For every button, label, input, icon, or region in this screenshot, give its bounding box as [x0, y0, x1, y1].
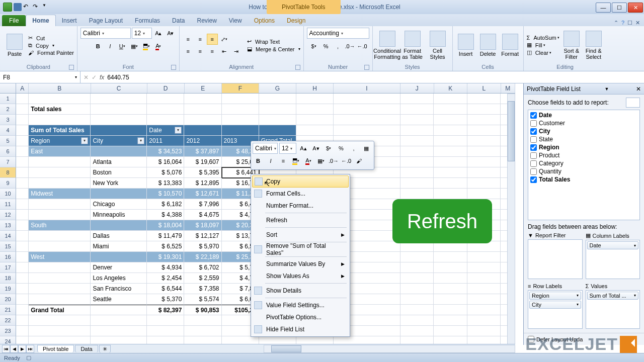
- cell[interactable]: [334, 94, 400, 104]
- cell[interactable]: [16, 115, 29, 125]
- row-header[interactable]: 1: [0, 94, 16, 104]
- cell[interactable]: [434, 189, 467, 199]
- col-header[interactable]: K: [434, 83, 468, 93]
- cell[interactable]: [259, 104, 296, 115]
- cell[interactable]: [467, 315, 501, 326]
- cell[interactable]: [467, 146, 501, 157]
- cell[interactable]: [91, 146, 147, 157]
- cell[interactable]: [259, 125, 296, 136]
- col-header[interactable]: I: [334, 83, 400, 93]
- cell[interactable]: [16, 136, 29, 146]
- cell[interactable]: 2012: [184, 136, 221, 146]
- cell[interactable]: $ 5,970: [184, 241, 221, 252]
- cell[interactable]: [400, 326, 434, 336]
- sheet-nav-first[interactable]: ⏮: [2, 345, 10, 353]
- area-report-filter[interactable]: ▼Report Filter: [528, 231, 583, 279]
- row-header[interactable]: 12: [0, 210, 16, 220]
- cell[interactable]: [400, 178, 434, 189]
- context-menu-item[interactable]: Remove "Sum of Total Sales": [252, 243, 349, 255]
- grow-font-button[interactable]: A▴: [153, 28, 164, 39]
- horizontal-scrollbar[interactable]: [264, 345, 515, 353]
- col-header[interactable]: D: [147, 83, 185, 93]
- field-list-close-icon[interactable]: ✕: [636, 85, 641, 93]
- cell[interactable]: [334, 104, 400, 115]
- row-header[interactable]: 13: [0, 220, 16, 231]
- mini-shrink-font[interactable]: A▾: [310, 143, 321, 154]
- cell[interactable]: [147, 94, 184, 104]
- row-header[interactable]: 10: [0, 189, 16, 199]
- tab-options[interactable]: Options: [248, 15, 281, 26]
- row-header[interactable]: 5: [0, 136, 16, 146]
- accounting-format-button[interactable]: $▾: [308, 41, 319, 52]
- cell[interactable]: [29, 115, 91, 125]
- cell[interactable]: [467, 326, 501, 336]
- field-list-layout-button[interactable]: [626, 98, 640, 108]
- cell[interactable]: [434, 262, 467, 273]
- tab-design[interactable]: Design: [281, 15, 311, 26]
- cell[interactable]: $ 12,895: [184, 178, 221, 189]
- field-checkbox-row[interactable]: Category: [529, 159, 638, 167]
- cell[interactable]: [434, 326, 467, 336]
- cell[interactable]: [467, 284, 501, 294]
- border-button[interactable]: ▦▾: [129, 41, 140, 52]
- cell[interactable]: $ 82,397: [147, 305, 184, 315]
- cell[interactable]: [91, 305, 147, 315]
- cell[interactable]: [184, 315, 221, 326]
- row-header[interactable]: 6: [0, 146, 16, 157]
- cell[interactable]: [334, 125, 400, 136]
- cell[interactable]: $ 5,395: [184, 167, 221, 178]
- col-header[interactable]: C: [91, 83, 147, 93]
- align-top-button[interactable]: ≡: [183, 34, 194, 45]
- cell[interactable]: [147, 315, 184, 326]
- mini-dec-decimal[interactable]: ←.0: [341, 155, 352, 166]
- cell[interactable]: $ 12,127: [184, 231, 221, 241]
- cell[interactable]: $ 5,574: [184, 294, 221, 305]
- cell[interactable]: [400, 157, 434, 167]
- cell[interactable]: [16, 305, 29, 315]
- field-checkbox[interactable]: [530, 120, 537, 127]
- cell[interactable]: [467, 262, 501, 273]
- row-header[interactable]: 19: [0, 284, 16, 294]
- paste-button[interactable]: Paste: [3, 29, 26, 62]
- cell[interactable]: [29, 231, 91, 241]
- cell[interactable]: [467, 136, 501, 146]
- cell[interactable]: [434, 294, 467, 305]
- tab-review[interactable]: Review: [191, 15, 222, 26]
- field-checkbox[interactable]: [530, 136, 537, 143]
- close-button[interactable]: ✕: [628, 3, 643, 13]
- cell[interactable]: [296, 94, 334, 104]
- font-color-button[interactable]: A▾: [153, 41, 164, 52]
- cell[interactable]: $ 22,189: [184, 252, 221, 262]
- increase-decimal-button[interactable]: .0→: [345, 41, 356, 52]
- sheet-nav-prev[interactable]: ◀: [10, 345, 18, 353]
- cell[interactable]: $ 6,544: [147, 284, 184, 294]
- cell[interactable]: [91, 252, 147, 262]
- cell[interactable]: [16, 241, 29, 252]
- align-center-button[interactable]: ≡: [195, 46, 206, 57]
- tab-insert[interactable]: Insert: [56, 15, 83, 26]
- cell[interactable]: [16, 104, 29, 115]
- cell[interactable]: $ 19,607: [184, 157, 221, 167]
- field-checkbox-row[interactable]: Date: [529, 111, 638, 119]
- cell[interactable]: $ 6,182: [147, 199, 184, 210]
- italic-button[interactable]: I: [105, 41, 116, 52]
- cell[interactable]: $ 18,004: [147, 220, 184, 231]
- scrollbar-thumb[interactable]: [271, 345, 301, 352]
- align-right-button[interactable]: ≡: [207, 46, 218, 57]
- align-middle-button[interactable]: ≡: [195, 34, 206, 45]
- cell-styles-button[interactable]: Cell Styles: [426, 29, 449, 62]
- cell[interactable]: [29, 262, 91, 273]
- percent-button[interactable]: %: [320, 41, 332, 52]
- cell[interactable]: [334, 115, 400, 125]
- cell[interactable]: $ 4,934: [147, 262, 184, 273]
- area-values[interactable]: ΣValues Sum of Total ...▾: [586, 282, 640, 329]
- row-header[interactable]: 16: [0, 252, 16, 262]
- cell[interactable]: Sum of Total Sales: [29, 125, 91, 136]
- tab-data[interactable]: Data: [166, 15, 191, 26]
- insert-button[interactable]: Insert: [456, 29, 476, 62]
- cell[interactable]: [222, 115, 259, 125]
- cell[interactable]: Grand Total: [29, 305, 91, 315]
- clear-button[interactable]: ◫ Clear▾: [527, 49, 559, 56]
- cell[interactable]: [91, 315, 147, 326]
- cell[interactable]: [467, 125, 501, 136]
